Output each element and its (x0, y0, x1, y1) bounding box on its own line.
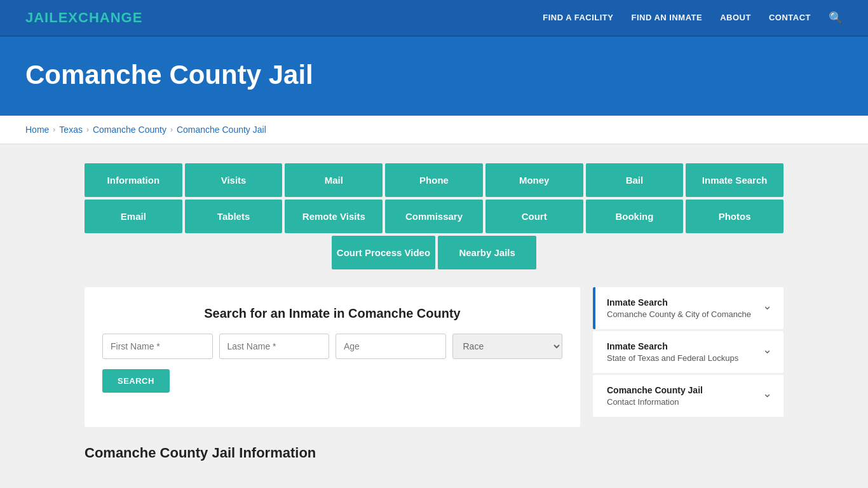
breadcrumb-sep-2: › (86, 125, 89, 134)
sidebar-item-title-2: Inmate Search (607, 341, 738, 351)
last-name-input[interactable] (219, 334, 330, 359)
page-title: Comanche County Jail (25, 60, 843, 90)
sidebar: Inmate Search Comanche County & City of … (593, 287, 783, 461)
breadcrumb-sep-1: › (53, 125, 55, 134)
sidebar-item-title-1: Inmate Search (607, 297, 751, 308)
btn-money[interactable]: Money (485, 163, 583, 197)
btn-tablets[interactable]: Tablets (185, 200, 283, 233)
first-name-input[interactable] (102, 334, 213, 359)
search-button[interactable]: SEARCH (102, 369, 170, 393)
search-fields: Race White Black Hispanic Asian Other (102, 334, 562, 359)
age-input[interactable] (336, 334, 446, 359)
main-content: Information Visits Mail Phone Money Bail… (0, 144, 868, 488)
breadcrumb: Home › Texas › Comanche County › Comanch… (0, 116, 868, 144)
nav-links: FIND A FACILITY FIND AN INMATE ABOUT CON… (543, 11, 843, 25)
logo-exchange: EXCHANGE (58, 10, 143, 25)
btn-court[interactable]: Court (485, 200, 583, 233)
btn-commissary[interactable]: Commissary (385, 200, 483, 233)
grid-row-1: Information Visits Mail Phone Money Bail… (85, 163, 783, 197)
btn-remote-visits[interactable]: Remote Visits (285, 200, 383, 233)
sidebar-inmate-search-texas[interactable]: Inmate Search State of Texas and Federal… (593, 331, 783, 373)
breadcrumb-sep-3: › (170, 125, 173, 134)
btn-bail[interactable]: Bail (586, 163, 684, 197)
find-facility-link[interactable]: FIND A FACILITY (543, 13, 613, 22)
chevron-down-icon-3: ⌄ (763, 386, 772, 400)
hero-section: Comanche County Jail (0, 37, 868, 116)
btn-mail[interactable]: Mail (285, 163, 383, 197)
btn-inmate-search[interactable]: Inmate Search (686, 163, 783, 197)
btn-phone[interactable]: Phone (385, 163, 483, 197)
find-inmate-link[interactable]: FIND AN INMATE (631, 13, 702, 22)
about-link[interactable]: ABOUT (720, 13, 751, 22)
grid-row-3: Court Process Video Nearby Jails (85, 236, 783, 269)
btn-nearby-jails[interactable]: Nearby Jails (438, 236, 536, 269)
race-select[interactable]: Race White Black Hispanic Asian Other (452, 334, 563, 359)
section-heading: Comanche County Jail Information (85, 445, 580, 461)
grid-row-2: Email Tablets Remote Visits Commissary C… (85, 200, 783, 233)
chevron-down-icon-1: ⌄ (763, 299, 772, 313)
navbar: JAILEXCHANGE FIND A FACILITY FIND AN INM… (0, 0, 868, 37)
breadcrumb-comanche-county[interactable]: Comanche County (93, 125, 166, 135)
btn-photos[interactable]: Photos (686, 200, 783, 233)
search-icon[interactable]: 🔍 (829, 11, 843, 25)
contact-link[interactable]: CONTACT (769, 13, 811, 22)
btn-visits[interactable]: Visits (185, 163, 283, 197)
site-logo[interactable]: JAILEXCHANGE (25, 10, 142, 26)
sidebar-contact-info[interactable]: Comanche County Jail Contact Information… (593, 375, 783, 417)
sidebar-inmate-search-comanche[interactable]: Inmate Search Comanche County & City of … (593, 287, 783, 329)
breadcrumb-current: Comanche County Jail (177, 125, 266, 135)
btn-email[interactable]: Email (85, 200, 182, 233)
search-title: Search for an Inmate in Comanche County (102, 306, 562, 321)
breadcrumb-texas[interactable]: Texas (59, 125, 83, 135)
search-and-info: Search for an Inmate in Comanche County … (85, 287, 580, 461)
btn-court-process-video[interactable]: Court Process Video (332, 236, 435, 269)
search-panel: Search for an Inmate in Comanche County … (85, 287, 580, 427)
btn-information[interactable]: Information (85, 163, 182, 197)
logo-jail: JAIL (25, 10, 58, 25)
breadcrumb-home[interactable]: Home (25, 125, 49, 135)
chevron-down-icon-2: ⌄ (763, 342, 772, 356)
bottom-section: Search for an Inmate in Comanche County … (85, 287, 783, 461)
sidebar-item-title-3: Comanche County Jail (607, 385, 703, 395)
sidebar-item-subtitle-2: State of Texas and Federal Lockups (607, 353, 738, 363)
btn-booking[interactable]: Booking (586, 200, 684, 233)
sidebar-item-subtitle-1: Comanche County & City of Comanche (607, 309, 751, 319)
sidebar-item-subtitle-3: Contact Information (607, 397, 703, 407)
